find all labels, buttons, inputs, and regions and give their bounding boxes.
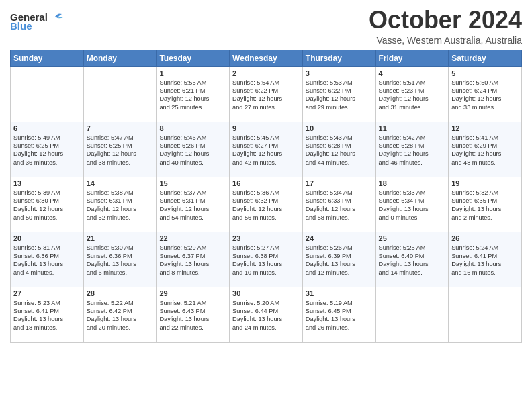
cell-info: Sunrise: 5:43 AM Sunset: 6:28 PM Dayligh… <box>306 134 373 167</box>
day-number: 7 <box>87 124 154 132</box>
day-number: 31 <box>306 289 373 298</box>
day-number: 28 <box>87 289 154 298</box>
calendar-week-1: 1Sunrise: 5:55 AM Sunset: 6:21 PM Daylig… <box>11 66 522 122</box>
calendar-cell: 31Sunrise: 5:19 AM Sunset: 6:45 PM Dayli… <box>302 287 375 342</box>
day-number: 18 <box>379 179 446 187</box>
day-header-saturday: Saturday <box>449 50 522 66</box>
calendar-cell: 1Sunrise: 5:55 AM Sunset: 6:21 PM Daylig… <box>157 66 230 122</box>
cell-info: Sunrise: 5:26 AM Sunset: 6:39 PM Dayligh… <box>306 244 373 277</box>
cell-info: Sunrise: 5:30 AM Sunset: 6:36 PM Dayligh… <box>87 244 154 277</box>
day-number: 3 <box>306 69 373 77</box>
calendar-cell: 3Sunrise: 5:53 AM Sunset: 6:22 PM Daylig… <box>302 66 375 122</box>
calendar-cell: 19Sunrise: 5:32 AM Sunset: 6:35 PM Dayli… <box>449 177 522 232</box>
calendar-week-4: 20Sunrise: 5:31 AM Sunset: 6:36 PM Dayli… <box>11 232 522 287</box>
title-block: October 2024 Vasse, Western Australia, A… <box>369 7 522 46</box>
day-number: 11 <box>379 124 446 132</box>
header: General Blue General Blue October 2024 V… <box>10 7 522 46</box>
day-number: 15 <box>159 179 226 187</box>
day-number: 4 <box>379 69 446 77</box>
day-number: 27 <box>13 289 81 298</box>
cell-info: Sunrise: 5:19 AM Sunset: 6:45 PM Dayligh… <box>306 299 373 332</box>
day-number: 26 <box>451 234 519 242</box>
cell-info: Sunrise: 5:23 AM Sunset: 6:41 PM Dayligh… <box>13 299 81 332</box>
cell-info: Sunrise: 5:27 AM Sunset: 6:38 PM Dayligh… <box>232 244 300 277</box>
calendar-cell: 2Sunrise: 5:54 AM Sunset: 6:22 PM Daylig… <box>230 66 303 122</box>
day-number: 17 <box>306 179 373 187</box>
calendar-cell: 6Sunrise: 5:49 AM Sunset: 6:25 PM Daylig… <box>11 122 84 177</box>
day-number: 30 <box>232 289 300 298</box>
calendar-cell <box>83 66 157 122</box>
calendar-cell: 25Sunrise: 5:25 AM Sunset: 6:40 PM Dayli… <box>375 232 449 287</box>
day-number: 10 <box>306 124 373 132</box>
calendar-cell: 21Sunrise: 5:30 AM Sunset: 6:36 PM Dayli… <box>83 232 157 287</box>
calendar-cell: 29Sunrise: 5:21 AM Sunset: 6:43 PM Dayli… <box>157 287 230 342</box>
subtitle: Vasse, Western Australia, Australia <box>369 35 522 46</box>
day-number: 29 <box>159 289 226 298</box>
day-number: 12 <box>451 124 519 132</box>
cell-info: Sunrise: 5:53 AM Sunset: 6:22 PM Dayligh… <box>306 79 373 112</box>
calendar-cell: 13Sunrise: 5:39 AM Sunset: 6:30 PM Dayli… <box>11 177 84 232</box>
calendar-cell: 27Sunrise: 5:23 AM Sunset: 6:41 PM Dayli… <box>11 287 84 342</box>
calendar-cell: 14Sunrise: 5:38 AM Sunset: 6:31 PM Dayli… <box>83 177 157 232</box>
calendar-cell: 15Sunrise: 5:37 AM Sunset: 6:31 PM Dayli… <box>157 177 230 232</box>
calendar-header-row: SundayMondayTuesdayWednesdayThursdayFrid… <box>11 50 522 66</box>
calendar-cell: 11Sunrise: 5:42 AM Sunset: 6:28 PM Dayli… <box>375 122 449 177</box>
day-number: 24 <box>306 234 373 242</box>
logo: General Blue General Blue <box>10 7 64 32</box>
day-header-monday: Monday <box>83 50 157 66</box>
calendar-cell: 5Sunrise: 5:50 AM Sunset: 6:24 PM Daylig… <box>449 66 522 122</box>
cell-info: Sunrise: 5:21 AM Sunset: 6:43 PM Dayligh… <box>159 299 226 332</box>
calendar-week-3: 13Sunrise: 5:39 AM Sunset: 6:30 PM Dayli… <box>11 177 522 232</box>
cell-info: Sunrise: 5:37 AM Sunset: 6:31 PM Dayligh… <box>159 189 226 222</box>
calendar-cell: 18Sunrise: 5:33 AM Sunset: 6:34 PM Dayli… <box>375 177 449 232</box>
calendar-cell: 17Sunrise: 5:34 AM Sunset: 6:33 PM Dayli… <box>302 177 375 232</box>
cell-info: Sunrise: 5:20 AM Sunset: 6:44 PM Dayligh… <box>232 299 300 332</box>
cell-info: Sunrise: 5:33 AM Sunset: 6:34 PM Dayligh… <box>379 189 446 222</box>
calendar-cell: 9Sunrise: 5:45 AM Sunset: 6:27 PM Daylig… <box>230 122 303 177</box>
cell-info: Sunrise: 5:39 AM Sunset: 6:30 PM Dayligh… <box>13 189 81 222</box>
day-header-wednesday: Wednesday <box>230 50 303 66</box>
month-title: October 2024 <box>369 7 522 34</box>
day-header-thursday: Thursday <box>302 50 375 66</box>
cell-info: Sunrise: 5:41 AM Sunset: 6:29 PM Dayligh… <box>451 134 519 167</box>
day-number: 19 <box>451 179 519 187</box>
cell-info: Sunrise: 5:38 AM Sunset: 6:31 PM Dayligh… <box>87 189 154 222</box>
calendar-cell <box>375 287 449 342</box>
cell-info: Sunrise: 5:49 AM Sunset: 6:25 PM Dayligh… <box>13 134 81 167</box>
cell-info: Sunrise: 5:45 AM Sunset: 6:27 PM Dayligh… <box>232 134 300 167</box>
cell-info: Sunrise: 5:54 AM Sunset: 6:22 PM Dayligh… <box>232 79 300 112</box>
calendar-cell: 23Sunrise: 5:27 AM Sunset: 6:38 PM Dayli… <box>230 232 303 287</box>
calendar-cell: 22Sunrise: 5:29 AM Sunset: 6:37 PM Dayli… <box>157 232 230 287</box>
cell-info: Sunrise: 5:22 AM Sunset: 6:42 PM Dayligh… <box>87 299 154 332</box>
day-number: 20 <box>13 234 81 242</box>
calendar-cell: 10Sunrise: 5:43 AM Sunset: 6:28 PM Dayli… <box>302 122 375 177</box>
cell-info: Sunrise: 5:32 AM Sunset: 6:35 PM Dayligh… <box>451 189 519 222</box>
cell-info: Sunrise: 5:51 AM Sunset: 6:23 PM Dayligh… <box>379 79 446 112</box>
cell-info: Sunrise: 5:29 AM Sunset: 6:37 PM Dayligh… <box>159 244 226 277</box>
day-number: 1 <box>159 69 226 77</box>
calendar-cell: 7Sunrise: 5:47 AM Sunset: 6:25 PM Daylig… <box>83 122 157 177</box>
calendar-week-5: 27Sunrise: 5:23 AM Sunset: 6:41 PM Dayli… <box>11 287 522 342</box>
cell-info: Sunrise: 5:46 AM Sunset: 6:26 PM Dayligh… <box>159 134 226 167</box>
calendar-cell: 8Sunrise: 5:46 AM Sunset: 6:26 PM Daylig… <box>157 122 230 177</box>
calendar-cell: 12Sunrise: 5:41 AM Sunset: 6:29 PM Dayli… <box>449 122 522 177</box>
page: General Blue General Blue October 2024 V… <box>0 0 532 411</box>
day-header-tuesday: Tuesday <box>157 50 230 66</box>
calendar-cell: 16Sunrise: 5:36 AM Sunset: 6:32 PM Dayli… <box>230 177 303 232</box>
calendar-cell: 26Sunrise: 5:24 AM Sunset: 6:41 PM Dayli… <box>449 232 522 287</box>
logo-blue: Blue <box>10 20 32 32</box>
calendar-week-2: 6Sunrise: 5:49 AM Sunset: 6:25 PM Daylig… <box>11 122 522 177</box>
cell-info: Sunrise: 5:25 AM Sunset: 6:40 PM Dayligh… <box>379 244 446 277</box>
calendar-cell <box>11 66 84 122</box>
day-number: 23 <box>232 234 300 242</box>
day-number: 9 <box>232 124 300 132</box>
cell-info: Sunrise: 5:34 AM Sunset: 6:33 PM Dayligh… <box>306 189 373 222</box>
day-number: 8 <box>159 124 226 132</box>
day-number: 2 <box>232 69 300 77</box>
calendar-cell: 28Sunrise: 5:22 AM Sunset: 6:42 PM Dayli… <box>83 287 157 342</box>
calendar-cell: 30Sunrise: 5:20 AM Sunset: 6:44 PM Dayli… <box>230 287 303 342</box>
calendar-cell: 20Sunrise: 5:31 AM Sunset: 6:36 PM Dayli… <box>11 232 84 287</box>
cell-info: Sunrise: 5:36 AM Sunset: 6:32 PM Dayligh… <box>232 189 300 222</box>
day-number: 22 <box>159 234 226 242</box>
day-header-sunday: Sunday <box>11 50 84 66</box>
